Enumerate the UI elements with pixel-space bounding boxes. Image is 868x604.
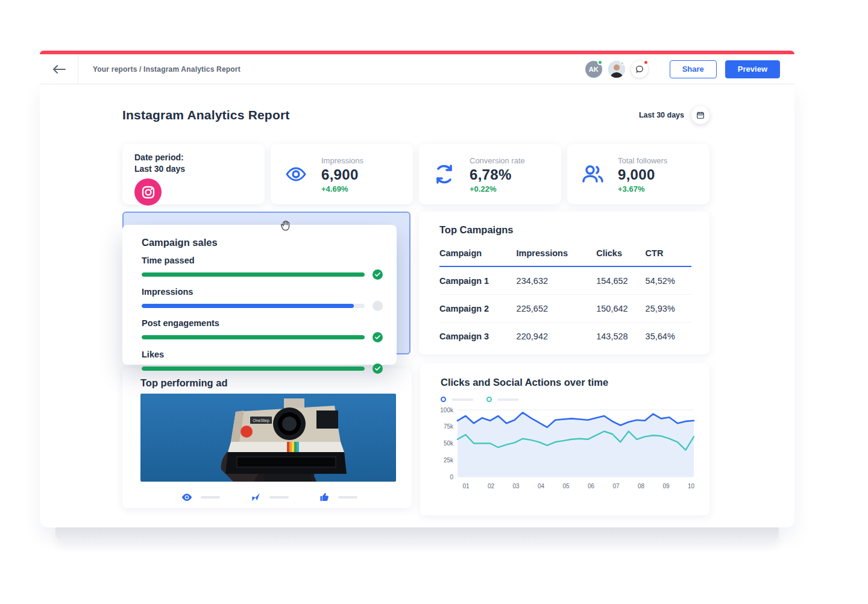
value-placeholder xyxy=(338,496,357,499)
top-campaigns-table: CampaignImpressionsClicksCTR Campaign 12… xyxy=(439,248,691,350)
table-cell: 35,64% xyxy=(646,322,691,350)
preview-button[interactable]: Preview xyxy=(725,60,780,78)
notification-dot xyxy=(643,60,649,65)
online-status-dot xyxy=(620,61,625,65)
svg-text:07: 07 xyxy=(612,483,620,489)
campaign-sales-metrics: Time passedImpressionsPost engagementsLi… xyxy=(142,256,383,374)
progress-bar xyxy=(142,304,365,308)
legend-label-placeholder xyxy=(451,398,473,401)
svg-text:05: 05 xyxy=(562,483,570,489)
report-window: Your reports / Instagram Analytics Repor… xyxy=(40,51,794,543)
chart-legend xyxy=(441,397,697,402)
svg-text:03: 03 xyxy=(512,483,520,489)
eye-icon xyxy=(181,493,192,502)
progress-bar xyxy=(142,366,365,371)
table-row: Campaign 2225,652150,64225,93% xyxy=(439,295,691,322)
table-cell: Campaign 2 xyxy=(439,295,517,322)
table-cell: 150,642 xyxy=(596,295,645,322)
svg-text:02: 02 xyxy=(488,483,495,489)
kpi-value: 6,78% xyxy=(470,166,525,183)
kpi-label: Impressions xyxy=(321,156,363,165)
page-title: Instagram Analytics Report xyxy=(122,108,290,122)
column-header: Campaign xyxy=(439,248,517,266)
campaign-sales-card[interactable]: Campaign sales Time passedImpressionsPos… xyxy=(122,225,397,365)
calendar-button[interactable] xyxy=(691,106,709,124)
avatar-initials[interactable]: AK xyxy=(585,61,602,78)
svg-text:06: 06 xyxy=(588,483,595,489)
total-followers-card: Total followers 9,000 +3.67% xyxy=(567,144,709,204)
chat-bubble-icon xyxy=(635,64,644,74)
kpi-delta: +3.67% xyxy=(618,184,667,193)
progress-bar xyxy=(142,272,365,277)
kpi-label: Conversion rate xyxy=(470,156,525,165)
date-period-label: Date period: xyxy=(134,152,253,163)
campaign-sales-title: Campaign sales xyxy=(142,237,383,248)
conversion-rate-card: Conversion rate 6,78% +0.22% xyxy=(419,144,561,204)
legend-item-social-actions xyxy=(486,397,519,402)
table-cell: 220,942 xyxy=(517,322,597,350)
chart-title: Clicks and Social Actions over time xyxy=(441,377,697,388)
top-campaigns-card: Top Campaigns CampaignImpressionsClicksC… xyxy=(419,212,709,354)
calendar-icon xyxy=(696,111,705,119)
table-cell: 225,652 xyxy=(517,295,597,322)
progress-bar xyxy=(142,335,365,339)
back-button[interactable] xyxy=(40,54,78,84)
legend-item-clicks xyxy=(441,397,473,402)
table-cell: 54,52% xyxy=(646,266,691,295)
clicks-social-actions-card: Clicks and Social Actions over time 100k… xyxy=(420,363,709,515)
campaign-sales-metric: Post engagements xyxy=(142,318,383,342)
social-actions-legend-dot xyxy=(486,397,492,402)
metric-label: Post engagements xyxy=(142,318,383,328)
date-range-picker[interactable]: Last 30 days xyxy=(639,106,709,124)
metric-label: Impressions xyxy=(142,287,383,297)
svg-text:0: 0 xyxy=(450,474,453,480)
line-chart: 100k75k50k25k001020304050607080910 xyxy=(441,407,696,492)
instagram-icon xyxy=(134,178,162,206)
table-row: Campaign 1234,632154,65254,52% xyxy=(439,266,691,295)
kpi-delta: +4.69% xyxy=(321,184,363,193)
ad-photo: OneStep xyxy=(140,394,396,482)
avatar-initials-text: AK xyxy=(589,66,599,73)
table-cell: 234,632 xyxy=(517,266,597,295)
grab-cursor-icon xyxy=(278,217,294,235)
campaign-sales-metric: Likes xyxy=(142,350,383,374)
breadcrumb[interactable]: Your reports / Instagram Analytics Repor… xyxy=(93,65,241,74)
metric-label: Likes xyxy=(142,350,383,359)
svg-text:01: 01 xyxy=(462,483,470,489)
campaign-sales-metric: Impressions xyxy=(142,287,383,311)
top-campaigns-title: Top Campaigns xyxy=(439,224,691,236)
top-performing-ad-title: Top performing ad xyxy=(140,377,395,389)
check-icon xyxy=(373,269,383,280)
metric-label: Time passed xyxy=(142,256,383,265)
chat-button[interactable] xyxy=(631,61,648,78)
svg-text:75k: 75k xyxy=(444,423,454,430)
back-arrow-icon xyxy=(52,65,66,74)
value-placeholder xyxy=(269,496,289,499)
table-cell: Campaign 1 xyxy=(439,266,517,295)
column-header: Impressions xyxy=(517,248,597,266)
share-button[interactable]: Share xyxy=(670,60,717,78)
avatar-photo[interactable] xyxy=(608,61,625,78)
widget-drop-zone: Campaign sales Time passedImpressionsPos… xyxy=(122,212,410,354)
kpi-value: 9,000 xyxy=(618,166,667,183)
table-cell: 25,93% xyxy=(646,295,691,322)
svg-text:09: 09 xyxy=(662,483,670,489)
impressions-card: Impressions 6,900 +4.69% xyxy=(271,144,413,204)
check-icon xyxy=(373,332,383,342)
column-header: CTR xyxy=(646,248,691,266)
pending-circle-icon xyxy=(373,301,383,311)
kpi-label: Total followers xyxy=(618,156,667,165)
send-icon xyxy=(251,492,261,502)
date-range-label: Last 30 days xyxy=(639,111,684,119)
clicks-legend-dot xyxy=(441,397,446,402)
table-row: Campaign 3220,942143,52835,64% xyxy=(439,322,691,350)
kpi-delta: +0.22% xyxy=(470,184,525,193)
svg-text:25k: 25k xyxy=(444,457,454,464)
value-placeholder xyxy=(201,496,220,499)
online-status-dot xyxy=(597,60,603,65)
users-icon xyxy=(580,162,605,186)
table-cell: 154,652 xyxy=(596,266,645,295)
thumbs-up-icon xyxy=(319,492,330,502)
top-performing-ad-card: Top performing ad OneStep xyxy=(122,368,412,508)
kpi-value: 6,900 xyxy=(321,166,363,183)
